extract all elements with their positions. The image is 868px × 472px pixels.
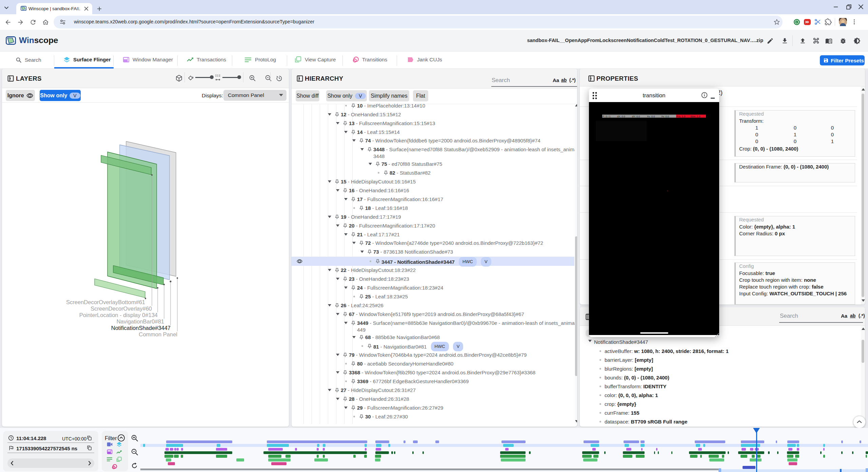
svg-text:ScreenDecorOverlayBottom#61: ScreenDecorOverlayBottom#61: [66, 299, 145, 305]
svg-text:ScreenDecorOverlay#60: ScreenDecorOverlay#60: [91, 306, 152, 312]
svg-text:Common Panel: Common Panel: [139, 331, 177, 337]
svg-text:NavigationBar0#81: NavigationBar0#81: [117, 318, 164, 324]
svg-text:PointerLocation - display 0#13: PointerLocation - display 0#134: [79, 312, 158, 318]
svg-text:NotificationShade#3447: NotificationShade#3447: [111, 325, 171, 331]
